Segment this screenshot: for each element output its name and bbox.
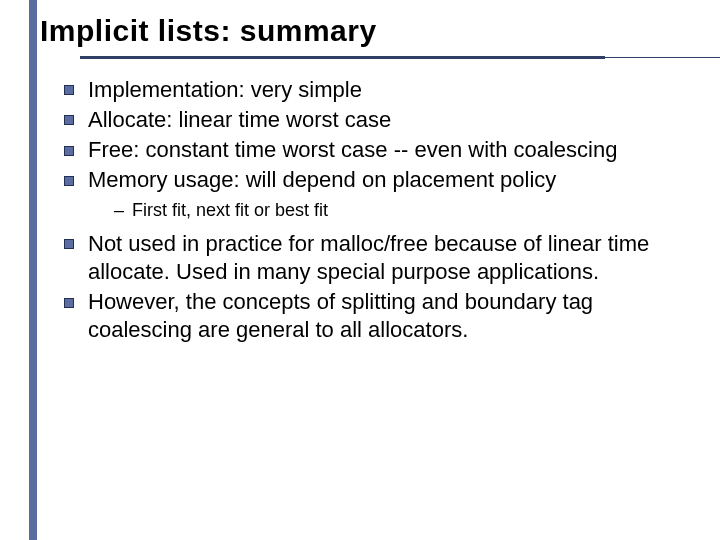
bullet-list-continued: Not used in practice for malloc/free bec… bbox=[56, 230, 670, 345]
bullet-item: However, the concepts of splitting and b… bbox=[56, 288, 670, 344]
bullet-text: Free: constant time worst case -- even w… bbox=[88, 137, 617, 162]
bullet-item: Free: constant time worst case -- even w… bbox=[56, 136, 670, 164]
bullet-item: Allocate: linear time worst case bbox=[56, 106, 670, 134]
slide-title: Implicit lists: summary bbox=[40, 14, 720, 48]
slide: Implicit lists: summary Implementation: … bbox=[0, 0, 720, 540]
bullet-text: Not used in practice for malloc/free bec… bbox=[88, 231, 649, 284]
underline-thin bbox=[605, 57, 720, 58]
slide-header: Implicit lists: summary bbox=[0, 0, 720, 62]
bullet-text: However, the concepts of splitting and b… bbox=[88, 289, 593, 342]
bullet-text: Implementation: very simple bbox=[88, 77, 362, 102]
left-accent-bar bbox=[29, 0, 37, 540]
bullet-text: Memory usage: will depend on placement p… bbox=[88, 167, 556, 192]
sub-bullet-list: First fit, next fit or best fit bbox=[56, 199, 670, 222]
bullet-item: Implementation: very simple bbox=[56, 76, 670, 104]
underline-thick bbox=[80, 56, 605, 59]
title-underline bbox=[40, 54, 720, 62]
slide-body: Implementation: very simple Allocate: li… bbox=[0, 62, 720, 345]
bullet-text: Allocate: linear time worst case bbox=[88, 107, 391, 132]
bullet-item: Not used in practice for malloc/free bec… bbox=[56, 230, 670, 286]
bullet-item: Memory usage: will depend on placement p… bbox=[56, 166, 670, 194]
sub-bullet-text: First fit, next fit or best fit bbox=[132, 200, 328, 220]
bullet-list: Implementation: very simple Allocate: li… bbox=[56, 76, 670, 195]
sub-bullet-item: First fit, next fit or best fit bbox=[114, 199, 670, 222]
